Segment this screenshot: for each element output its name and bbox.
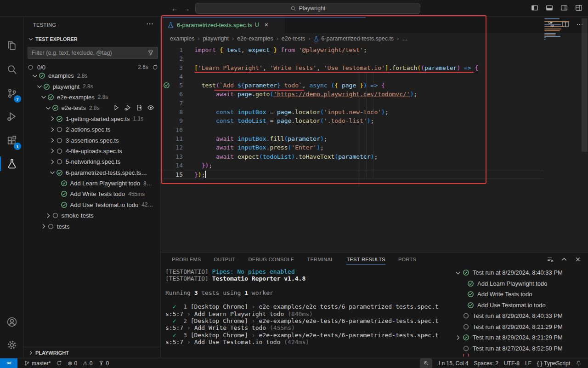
tab-6-parametrized-tests[interactable]: 6-parametrized-tests.spec.ts U ×	[162, 17, 285, 33]
code-line-9[interactable]: 9 const todoList = page.locator('.todo-l…	[161, 116, 543, 125]
chevron-down-icon[interactable]	[45, 104, 52, 112]
test-result-item[interactable]: Test run at 8/29/2024, 8:21:29 PM	[448, 322, 588, 333]
status-eol[interactable]: LF	[522, 358, 534, 368]
chevron-right-icon[interactable]	[49, 115, 56, 122]
layout-panel-icon[interactable]	[546, 4, 553, 12]
breadcrumb-item[interactable]: examples	[170, 35, 195, 42]
test-result-item[interactable]: Test run at 8/29/2024, 8:40:33 PM	[448, 310, 588, 322]
chevron-down-icon[interactable]	[454, 269, 462, 276]
breadcrumb-item[interactable]: e2e-examples	[237, 35, 273, 42]
breadcrumb-item[interactable]: e2e-tests	[282, 35, 305, 42]
panel-tab-debug-console[interactable]: DEBUG CONSOLE	[249, 253, 294, 266]
test-tree-item[interactable]: examples2.8s	[24, 70, 161, 81]
status-notifications[interactable]	[573, 358, 584, 368]
chevron-down-icon[interactable]	[49, 169, 56, 176]
gutter-test-pass-icon[interactable]	[163, 82, 170, 89]
code-line-7[interactable]: 7	[161, 99, 543, 108]
panel-tab-test-results[interactable]: TEST RESULTS	[346, 253, 385, 266]
chevron-down-icon[interactable]	[31, 72, 39, 80]
test-tree-item[interactable]: smoke-tests	[24, 210, 161, 221]
activity-item-source-control[interactable]: 7	[0, 82, 24, 104]
activity-item-testing[interactable]	[0, 153, 24, 175]
playwright-section-header[interactable]: PLAYWRIGHT	[24, 347, 161, 358]
panel-tab-ports[interactable]: PORTS	[398, 253, 416, 266]
chevron-right-icon[interactable]	[454, 334, 462, 341]
activity-item-manage[interactable]	[0, 334, 24, 356]
activity-item-run-and-debug[interactable]	[0, 105, 24, 127]
test-tree-item[interactable]: 6-parametrized-tests.spec.ts…	[24, 167, 161, 178]
test-filter-input[interactable]: Filter (e.g. text, !exclude, @tag)	[28, 47, 158, 59]
code-line-12[interactable]: 12 await inputBox.press('Enter');	[161, 143, 543, 152]
status-git-branch[interactable]: master*	[21, 358, 53, 368]
code-line-6[interactable]: 6 await page.goto('https://demo.playwrig…	[161, 90, 543, 98]
code-line-5[interactable]: 5 test(`Add ${parameter} todo`, async ({…	[161, 81, 543, 90]
test-tree-item[interactable]: 4-file-uploads.spec.ts	[24, 146, 161, 156]
breadcrumb-item[interactable]: …	[402, 35, 408, 42]
test-result-item[interactable]: Test run at 8/29/2024, 8:21:29 PM	[448, 332, 588, 343]
test-tree-item[interactable]: tests	[24, 221, 161, 231]
status-language-mode[interactable]: { }TypeScript	[534, 358, 573, 368]
status-errors[interactable]: ⊗0	[65, 358, 80, 368]
test-tree-item[interactable]: Add Write Tests todo455ms	[24, 189, 161, 199]
filter-icon[interactable]	[147, 50, 154, 56]
layout-customize-icon[interactable]	[575, 4, 582, 12]
editor-scrollbar[interactable]	[582, 18, 588, 152]
activity-item-explorer[interactable]	[0, 34, 24, 57]
layout-sidebar-left-icon[interactable]	[531, 4, 538, 12]
panel-tab-output[interactable]: OUTPUT	[214, 253, 236, 266]
chevron-right-icon[interactable]	[40, 223, 47, 230]
test-tree-item[interactable]: e2e-tests2.8s	[24, 103, 161, 113]
chevron-right-icon[interactable]	[49, 147, 56, 155]
goto-file-icon[interactable]	[136, 104, 143, 111]
test-result-item[interactable]	[448, 354, 588, 356]
nav-back-icon[interactable]: ←	[170, 4, 179, 13]
test-tree-item[interactable]: Add Use Testomat.io todo42…	[24, 200, 161, 210]
code-line-1[interactable]: 1import { test, expect } from '@playwrig…	[161, 46, 543, 54]
code-line-15[interactable]: 15});	[161, 170, 543, 178]
chevron-right-icon[interactable]	[49, 126, 56, 133]
code-line-2[interactable]: 2	[161, 54, 543, 63]
test-tree-item[interactable]: e2e-examples2.8s	[24, 92, 161, 103]
code-editor[interactable]: 1import { test, expect } from '@playwrig…	[161, 46, 543, 178]
chevron-down-icon[interactable]	[36, 83, 43, 90]
test-result-item[interactable]: Add Learn Playwright todo	[448, 278, 588, 289]
test-results-output[interactable]: [TESTOMATIO] Pipes: No pipes enabled[TES…	[165, 268, 446, 345]
test-tree-item[interactable]: Add Learn Playwright todo8…	[24, 178, 161, 189]
close-icon[interactable]	[574, 256, 582, 263]
test-result-item[interactable]: Add Use Testomat.io todo	[448, 300, 588, 311]
command-center-search[interactable]: Playwright	[195, 3, 420, 14]
status-indentation[interactable]: Spaces: 2	[471, 358, 501, 368]
chevron-up-big-icon[interactable]	[560, 256, 568, 263]
test-tree-item[interactable]: 1-getting-started.spec.ts1.1s	[24, 114, 161, 124]
status-zoom-indicator[interactable]	[420, 358, 432, 368]
test-tree-item[interactable]: 5-networking.spec.ts	[24, 156, 161, 167]
code-line-8[interactable]: 8 const inputBox = page.locator('input.n…	[161, 108, 543, 116]
minimap[interactable]	[544, 18, 581, 40]
run-icon[interactable]	[113, 104, 120, 111]
code-line-11[interactable]: 11 await inputBox.fill(parameter);	[161, 134, 543, 143]
status-cursor-position[interactable]: Ln 15, Col 4	[436, 358, 471, 368]
activity-item-extensions[interactable]: 1	[0, 130, 24, 152]
nav-forward-icon[interactable]: →	[182, 4, 191, 13]
test-explorer-section-header[interactable]: TEST EXPLORER	[28, 36, 78, 42]
code-line-14[interactable]: 14 });	[161, 161, 543, 170]
activity-item-accounts[interactable]	[0, 311, 24, 333]
test-tree-item[interactable]: 2-actions.spec.ts	[24, 124, 161, 135]
panel-tab-problems[interactable]: PROBLEMS	[172, 253, 201, 266]
test-result-item[interactable]: Add Write Tests todo	[448, 289, 588, 300]
chevron-right-icon[interactable]	[49, 137, 56, 144]
debug-run-icon[interactable]	[124, 104, 131, 111]
eye-icon[interactable]	[147, 104, 154, 111]
breadcrumb-item[interactable]: 6-parametrized-tests.spec.ts	[313, 35, 394, 42]
chevron-down-icon[interactable]	[40, 93, 47, 101]
test-result-item[interactable]: Test run at 8/29/2024, 8:40:33 PM	[448, 267, 588, 278]
status-encoding[interactable]: UTF-8	[501, 358, 522, 368]
test-tree-item[interactable]: 3-assertions.spec.ts	[24, 135, 161, 145]
activity-item-search[interactable]	[0, 58, 24, 80]
code-line-13[interactable]: 13 await expect(todoList).toHaveText(par…	[161, 152, 543, 161]
status-warnings[interactable]: ⚠0	[80, 358, 95, 368]
test-result-item[interactable]: Test run at 8/27/2024, 8:52:50 PM	[448, 343, 588, 354]
code-line-3[interactable]: 3['Learn Playwright', 'Write Tests', 'Us…	[161, 63, 543, 72]
remote-indicator[interactable]: ><	[0, 358, 17, 368]
code-line-10[interactable]: 10	[161, 126, 543, 134]
